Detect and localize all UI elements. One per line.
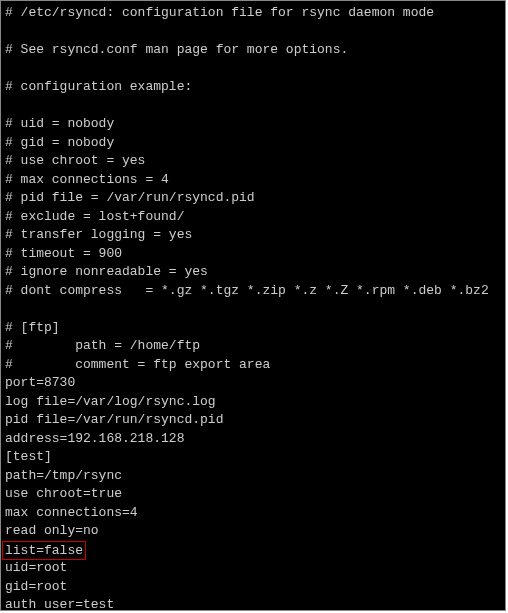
config-line: path=/tmp/rsync — [5, 467, 501, 486]
config-line: pid file=/var/run/rsyncd.pid — [5, 411, 501, 430]
config-line: port=8730 — [5, 374, 501, 393]
config-line: # max connections = 4 — [5, 171, 501, 190]
config-line: [test] — [5, 448, 501, 467]
config-line: # use chroot = yes — [5, 152, 501, 171]
config-line: address=192.168.218.128 — [5, 430, 501, 449]
config-line: # configuration example: — [5, 78, 501, 97]
blank-line — [5, 97, 501, 116]
config-line: # gid = nobody — [5, 134, 501, 153]
config-line: # See rsyncd.conf man page for more opti… — [5, 41, 501, 60]
config-line: # exclude = lost+found/ — [5, 208, 501, 227]
config-line: max connections=4 — [5, 504, 501, 523]
highlighted-line: list=false — [5, 541, 501, 560]
config-line: # path = /home/ftp — [5, 337, 501, 356]
blank-line — [5, 300, 501, 319]
config-line: # comment = ftp export area — [5, 356, 501, 375]
config-line: # pid file = /var/run/rsyncd.pid — [5, 189, 501, 208]
config-line: uid=root — [5, 559, 501, 578]
config-line: log file=/var/log/rsync.log — [5, 393, 501, 412]
blank-line — [5, 23, 501, 42]
config-line: # transfer logging = yes — [5, 226, 501, 245]
config-line: # uid = nobody — [5, 115, 501, 134]
config-line: # ignore nonreadable = yes — [5, 263, 501, 282]
config-line: gid=root — [5, 578, 501, 597]
config-line: # timeout = 900 — [5, 245, 501, 264]
terminal-window[interactable]: # /etc/rsyncd: configuration file for rs… — [0, 0, 506, 611]
highlight-box: list=false — [2, 541, 86, 560]
config-line: read only=no — [5, 522, 501, 541]
config-line: # /etc/rsyncd: configuration file for rs… — [5, 4, 501, 23]
config-line: auth user=test — [5, 596, 501, 611]
config-line: # dont compress = *.gz *.tgz *.zip *.z *… — [5, 282, 501, 301]
config-line: use chroot=true — [5, 485, 501, 504]
blank-line — [5, 60, 501, 79]
config-line: # [ftp] — [5, 319, 501, 338]
